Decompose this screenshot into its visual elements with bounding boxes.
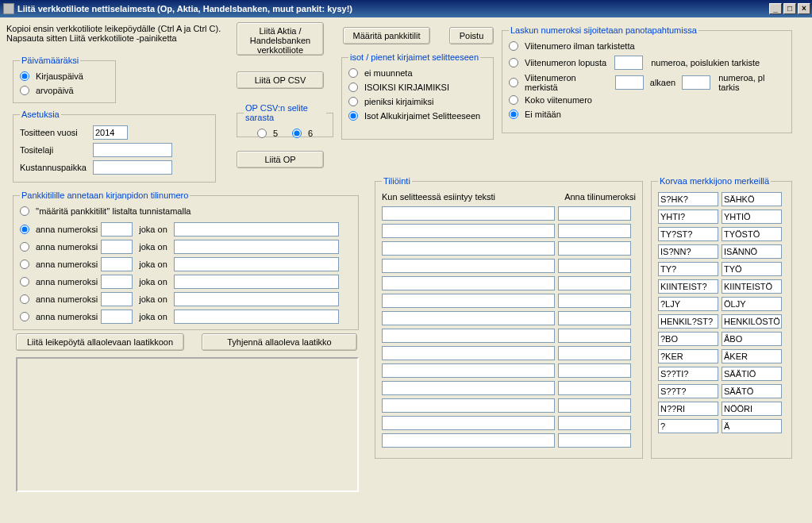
tiliointi-tilinumero-input[interactable] <box>558 224 631 238</box>
anna-numeroksi-radio[interactable]: anna numeroksi <box>20 277 98 286</box>
korvaa-to-input[interactable] <box>722 279 782 294</box>
korvaa-to-input[interactable] <box>722 297 782 311</box>
tiliointi-tilinumero-input[interactable] <box>558 294 631 308</box>
anna-numeroksi-radio[interactable]: anna numeroksi <box>20 294 98 304</box>
korvaa-from-input[interactable] <box>658 314 718 329</box>
korvaa-to-input[interactable] <box>722 384 782 398</box>
isoiksi-radio[interactable]: ISOIKSI KIRJAIMIKSI <box>348 83 449 92</box>
anna-numeroksi-radio[interactable]: anna numeroksi <box>20 312 98 321</box>
anna-num-input[interactable] <box>101 222 133 237</box>
kustannuspaikka-input[interactable] <box>93 160 172 175</box>
tiliointi-teksti-input[interactable] <box>382 346 555 360</box>
tiliointi-tilinumero-input[interactable] <box>558 381 631 395</box>
opcsv-6-radio[interactable]: 6 <box>292 129 313 138</box>
viite-lopusta-input[interactable] <box>614 56 643 70</box>
tiliointi-teksti-input[interactable] <box>382 259 555 273</box>
tiliointi-tilinumero-input[interactable] <box>558 241 631 256</box>
anna-joka-input[interactable] <box>174 222 339 237</box>
tiliointi-tilinumero-input[interactable] <box>558 346 631 360</box>
tiliointi-teksti-input[interactable] <box>382 311 555 325</box>
tiliointi-teksti-input[interactable] <box>382 276 555 290</box>
tiliointi-tilinumero-input[interactable] <box>558 398 631 413</box>
tiliointi-tilinumero-input[interactable] <box>558 416 631 430</box>
korvaa-to-input[interactable] <box>722 367 782 381</box>
tiliointi-tilinumero-input[interactable] <box>558 433 631 448</box>
maximize-button[interactable]: □ <box>783 3 796 14</box>
tiliointi-tilinumero-input[interactable] <box>558 276 631 290</box>
tositteen-vuosi-input[interactable] <box>93 125 128 140</box>
anna-numeroksi-radio[interactable]: anna numeroksi <box>20 242 98 252</box>
arvopaiva-radio[interactable]: arvopäivä <box>20 86 74 95</box>
korvaa-from-input[interactable] <box>658 384 718 398</box>
tiliointi-teksti-input[interactable] <box>382 294 555 308</box>
anna-joka-input[interactable] <box>174 240 339 254</box>
opcsv-5-radio[interactable]: 5 <box>257 129 278 138</box>
liita-op-button[interactable]: Liitä OP <box>237 151 324 168</box>
anna-num-input[interactable] <box>101 292 133 306</box>
korvaa-to-input[interactable] <box>722 349 782 363</box>
korvaa-to-input[interactable] <box>722 244 782 259</box>
korvaa-to-input[interactable] <box>722 227 782 241</box>
korvaa-from-input[interactable] <box>658 367 718 381</box>
liita-op-csv-button[interactable]: Liitä OP CSV <box>237 71 324 89</box>
tiliointi-teksti-input[interactable] <box>382 398 555 413</box>
ei-mitaan-radio[interactable]: Ei mitään <box>509 110 561 119</box>
korvaa-from-input[interactable] <box>658 297 718 311</box>
korvaa-from-input[interactable] <box>658 244 718 259</box>
tiliointi-teksti-input[interactable] <box>382 224 555 238</box>
korvaa-to-input[interactable] <box>722 332 782 346</box>
listalta-radio[interactable]: ''määritä pankkitilit'' listalta tunnist… <box>20 206 190 216</box>
anna-joka-input[interactable] <box>174 275 339 289</box>
tiliointi-teksti-input[interactable] <box>382 206 555 221</box>
tiliointi-teksti-input[interactable] <box>382 241 555 256</box>
korvaa-from-input[interactable] <box>658 332 718 346</box>
tiliointi-tilinumero-input[interactable] <box>558 329 631 343</box>
liita-leike-button[interactable]: Liitä leikepöytä allaolevaan laatikkoon <box>16 333 184 351</box>
korvaa-to-input[interactable] <box>722 402 782 416</box>
tiliointi-teksti-input[interactable] <box>382 381 555 395</box>
viite-merkista-input1[interactable] <box>615 75 644 90</box>
tiliointi-tilinumero-input[interactable] <box>558 363 631 378</box>
viite-lopusta-radio[interactable]: Viitenumeron lopusta <box>509 58 606 67</box>
korvaa-from-input[interactable] <box>658 192 718 206</box>
korvaa-to-input[interactable] <box>722 210 782 224</box>
anna-joka-input[interactable] <box>174 310 339 324</box>
tiliointi-teksti-input[interactable] <box>382 416 555 430</box>
tiliointi-tilinumero-input[interactable] <box>558 311 631 325</box>
viite-merkista-input2[interactable] <box>682 75 710 90</box>
pieniksi-radio[interactable]: pieniksi kirjaimiksi <box>348 97 433 106</box>
minimize-button[interactable]: _ <box>769 3 782 14</box>
kirjauspaiva-radio[interactable]: Kirjauspäivä <box>20 71 83 81</box>
close-button[interactable]: × <box>798 3 810 14</box>
korvaa-from-input[interactable] <box>658 279 718 294</box>
korvaa-to-input[interactable] <box>722 314 782 329</box>
korvaa-from-input[interactable] <box>658 349 718 363</box>
tositelaji-input[interactable] <box>93 143 172 157</box>
poistu-button[interactable]: Poistu <box>449 27 494 44</box>
anna-num-input[interactable] <box>101 240 133 254</box>
korvaa-from-input[interactable] <box>658 227 718 241</box>
anna-num-input[interactable] <box>101 257 133 271</box>
paste-textarea[interactable] <box>17 359 357 490</box>
korvaa-to-input[interactable] <box>722 262 782 276</box>
tiliointi-teksti-input[interactable] <box>382 363 555 378</box>
tyhjenna-button[interactable]: Tyhjennä allaoleva laatikko <box>202 333 357 351</box>
korvaa-from-input[interactable] <box>658 419 718 433</box>
korvaa-from-input[interactable] <box>658 402 718 416</box>
anna-joka-input[interactable] <box>174 257 339 271</box>
tiliointi-teksti-input[interactable] <box>382 329 555 343</box>
korvaa-to-input[interactable] <box>722 192 782 206</box>
korvaa-from-input[interactable] <box>658 210 718 224</box>
tiliointi-tilinumero-input[interactable] <box>558 259 631 273</box>
viite-koko-radio[interactable]: Koko viitenumero <box>509 95 592 105</box>
alkukirjaimet-radio[interactable]: Isot Alkukirjaimet Selitteeseen <box>348 111 480 121</box>
anna-joka-input[interactable] <box>174 292 339 306</box>
anna-numeroksi-radio[interactable]: anna numeroksi <box>20 260 98 269</box>
korvaa-to-input[interactable] <box>722 419 782 433</box>
viite-merkista-radio[interactable]: Viitenumeron merkistä <box>509 73 607 92</box>
maarita-pankkitilit-button[interactable]: Määritä pankkitilit <box>343 27 430 44</box>
tiliointi-teksti-input[interactable] <box>382 433 555 448</box>
tiliointi-tilinumero-input[interactable] <box>558 206 631 221</box>
anna-num-input[interactable] <box>101 275 133 289</box>
anna-numeroksi-radio[interactable]: anna numeroksi <box>20 225 98 234</box>
